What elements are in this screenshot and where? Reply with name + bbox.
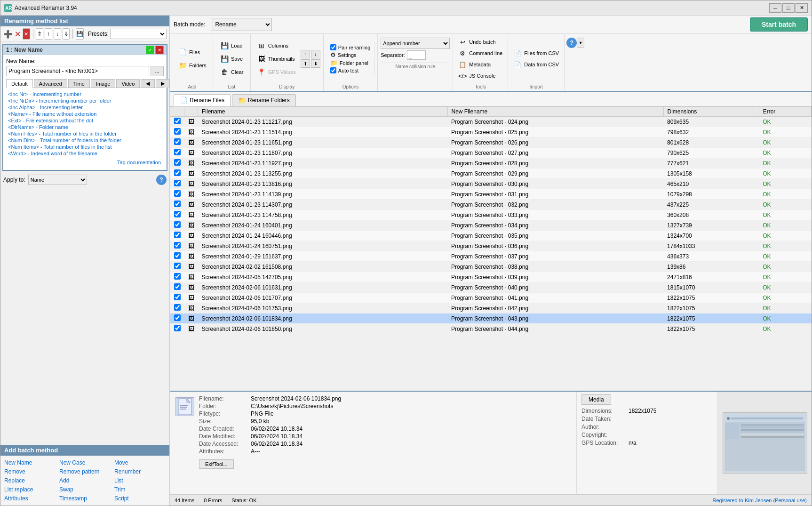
batch-mode-select[interactable]: Rename Copy Move (211, 18, 272, 31)
table-row[interactable]: 🖼 Screenshot 2024-01-23 111514.png Progr… (170, 127, 812, 137)
tag-documentation-link[interactable]: Tag documentation (9, 160, 161, 165)
undo-batch-button[interactable]: ↩ Undo batch (456, 37, 505, 47)
method-list-replace[interactable]: List replace (4, 485, 56, 494)
group-up-button[interactable]: ⬆ (301, 59, 310, 68)
tab-nav-left[interactable]: ◀ (141, 79, 155, 88)
metadata-button[interactable]: 📋 Metadata (456, 59, 505, 70)
tag-name[interactable]: <Name> - File name without extension (8, 111, 162, 117)
method-attributes[interactable]: Attributes (4, 494, 56, 503)
tab-default[interactable]: Default (6, 79, 33, 88)
remove-method-button[interactable]: ✕ (14, 28, 21, 40)
columns-button[interactable]: ⊞ Columns (254, 40, 299, 52)
table-row[interactable]: 🖼 Screenshot 2024-02-06 101753.png Progr… (170, 303, 812, 313)
folders-button[interactable]: 📁 Folders (175, 59, 210, 72)
method-swap[interactable]: Swap (59, 485, 111, 494)
tag-dirname[interactable]: <DirName> - Folder name (8, 124, 162, 130)
clear-button[interactable]: 🗑 Clear (216, 66, 247, 78)
method-new-case[interactable]: New Case (59, 458, 111, 467)
maximize-button[interactable]: □ (782, 3, 795, 13)
tab-image[interactable]: Image (91, 79, 116, 88)
folder-panel-row[interactable]: 📁 Folder panel (330, 59, 370, 66)
method-remove[interactable]: Remove (4, 467, 56, 476)
gps-values-button[interactable]: 📍 GPS Values (254, 66, 299, 78)
method-new-name[interactable]: New Name (4, 458, 56, 467)
table-row[interactable]: 🖼 Screenshot 2024-02-06 101707.png Progr… (170, 293, 812, 303)
table-row[interactable]: 🖼 Screenshot 2024-01-24 160751.png Progr… (170, 241, 812, 251)
row-checkbox[interactable] (174, 211, 181, 217)
tag-num-items[interactable]: <Num Items> - Total number of files in t… (8, 144, 162, 150)
name-collision-select[interactable]: Append number (381, 38, 450, 49)
table-row[interactable]: 🖼 Screenshot 2024-02-06 101834.png Progr… (170, 313, 812, 324)
row-checkbox[interactable] (174, 169, 181, 176)
minimize-button[interactable]: ─ (769, 3, 781, 13)
row-checkbox[interactable] (174, 159, 181, 166)
row-checkbox[interactable] (174, 325, 181, 331)
method-close-button[interactable]: ✕ (155, 46, 164, 54)
table-row[interactable]: 🖼 Screenshot 2024-02-02 161508.png Progr… (170, 262, 812, 272)
files-from-csv-button[interactable]: 📄 Files from CSV (511, 48, 561, 58)
help-button[interactable]: ? (156, 175, 167, 185)
row-checkbox[interactable] (174, 180, 181, 186)
row-checkbox[interactable] (174, 201, 181, 207)
media-tab-button[interactable]: Media (581, 394, 611, 405)
move-down-button[interactable]: ↓ (54, 28, 61, 40)
table-row[interactable]: 🖼 Screenshot 2024-01-23 111217.png Progr… (170, 117, 812, 127)
move-up-button[interactable]: ↑ (45, 28, 52, 40)
row-checkbox[interactable] (174, 273, 181, 280)
tab-advanced[interactable]: Advanced (34, 79, 67, 88)
move-top-button[interactable]: ⇑ (36, 28, 43, 40)
new-name-more-button[interactable]: ... (151, 66, 164, 76)
tab-rename-folders[interactable]: 📁 Rename Folders (232, 94, 296, 106)
table-row[interactable]: 🖼 Screenshot 2024-01-23 114758.png Progr… (170, 210, 812, 220)
table-row[interactable]: 🖼 Screenshot 2024-02-06 101850.png Progr… (170, 324, 812, 334)
row-checkbox[interactable] (174, 221, 181, 228)
move-bottom-button[interactable]: ⇓ (63, 28, 70, 40)
tab-video[interactable]: Video (116, 79, 140, 88)
pair-renaming-check[interactable] (330, 44, 336, 50)
tag-num-dirs[interactable]: <Num Dirs> - Total number of folders in … (8, 137, 162, 144)
row-checkbox[interactable] (174, 232, 181, 238)
presets-select[interactable] (110, 29, 167, 39)
table-row[interactable]: 🖼 Screenshot 2024-01-23 114307.png Progr… (170, 200, 812, 210)
row-checkbox[interactable] (174, 283, 181, 290)
js-console-button[interactable]: </> JS Console (456, 71, 505, 81)
data-from-csv-button[interactable]: 📄 Data from CSV (511, 59, 561, 70)
tag-inc-nr[interactable]: <Inc Nr> - Incrementing number (8, 91, 162, 97)
tab-nav-right[interactable]: ▶ (156, 79, 170, 88)
thumbnails-button[interactable]: 🖼 Thumbnails (254, 53, 299, 65)
row-checkbox[interactable] (174, 118, 181, 124)
new-name-input[interactable] (6, 66, 149, 76)
group-down-button[interactable]: ⬇ (311, 59, 320, 68)
row-checkbox[interactable] (174, 242, 181, 249)
method-add[interactable]: Add (59, 476, 111, 485)
clear-methods-button[interactable]: ✕ (23, 28, 30, 40)
table-row[interactable]: 🖼 Screenshot 2024-01-23 111807.png Progr… (170, 148, 812, 158)
table-row[interactable]: 🖼 Screenshot 2024-01-23 113816.png Progr… (170, 179, 812, 189)
row-checkbox[interactable] (174, 190, 181, 197)
method-replace[interactable]: Replace (4, 476, 56, 485)
close-button[interactable]: ✕ (796, 3, 808, 13)
tag-inc-nrdir[interactable]: <Inc NrDir> - Incrementing number per fo… (8, 97, 162, 104)
registered-link[interactable]: Registered to Kim Jensen (Personal use) (712, 498, 807, 503)
command-line-button[interactable]: ⚙ Command line (456, 48, 505, 58)
tag-num-files[interactable]: <Num Files> - Total number of files in t… (8, 130, 162, 137)
table-row[interactable]: 🖼 Screenshot 2024-01-24 160446.png Progr… (170, 231, 812, 241)
col-new-filename[interactable]: New Filename (447, 107, 663, 117)
tab-rename-files[interactable]: 📄 Rename Files (174, 94, 231, 106)
auto-test-check[interactable] (330, 67, 336, 73)
save-preset-button[interactable]: 💾 (76, 28, 84, 40)
method-timestamp[interactable]: Timestamp (59, 494, 111, 503)
separator-input[interactable] (407, 50, 426, 60)
col-filename[interactable]: Filename (198, 107, 448, 117)
method-move[interactable]: Move (114, 458, 166, 467)
col-dimensions[interactable]: Dimensions (663, 107, 759, 117)
row-checkbox[interactable] (174, 294, 181, 300)
method-renumber[interactable]: Renumber (114, 467, 166, 476)
table-row[interactable]: 🖼 Screenshot 2024-01-23 113255.png Progr… (170, 169, 812, 179)
tag-ext[interactable]: <Ext> - File extension without the dot (8, 117, 162, 124)
auto-test-row[interactable]: Auto test (330, 67, 370, 73)
table-row[interactable]: 🖼 Screenshot 2024-01-23 111927.png Progr… (170, 158, 812, 169)
method-script[interactable]: Script (114, 494, 166, 503)
row-checkbox[interactable] (174, 314, 181, 321)
add-method-button[interactable]: ➕ (3, 28, 13, 40)
